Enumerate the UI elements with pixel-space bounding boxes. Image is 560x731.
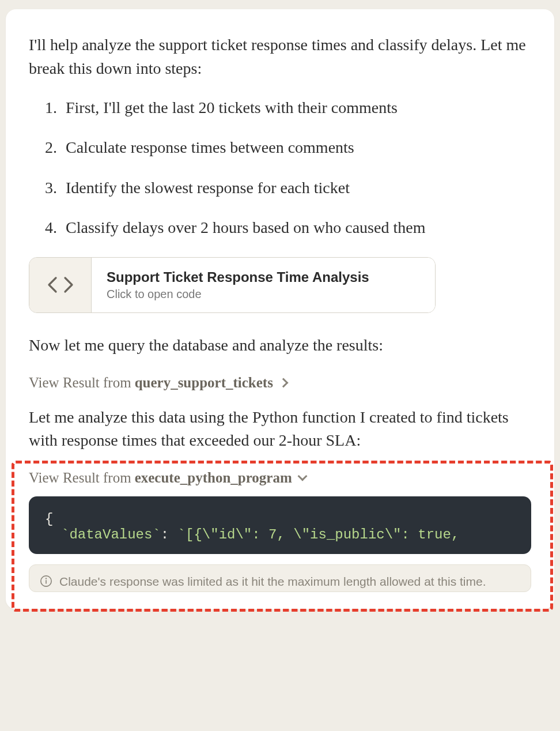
code-string: `[{\"id\": 7, \"is_public\": true, <box>177 527 460 542</box>
artifact-card[interactable]: Support Ticket Response Time Analysis Cl… <box>29 257 436 313</box>
code-output-block: { `dataValues`: `[{\"id\": 7, \"is_publi… <box>29 496 531 554</box>
step-item: Classify delays over 2 hours based on wh… <box>45 216 531 239</box>
view-result-toggle[interactable]: View Result from query_support_tickets <box>29 375 531 391</box>
notice-text: Claude's response was limited as it hit … <box>59 573 486 590</box>
step-item: Calculate response times between comment… <box>45 136 531 159</box>
steps-list: First, I'll get the last 20 tickets with… <box>45 96 531 239</box>
code-line: { <box>45 511 515 527</box>
artifact-subtitle: Click to open code <box>107 288 420 301</box>
toggle-prefix: View Result from <box>29 375 131 391</box>
paragraph: Now let me query the database and analyz… <box>29 334 531 357</box>
info-icon <box>40 575 52 587</box>
code-punct: : <box>161 527 177 542</box>
code-icon <box>29 258 92 312</box>
artifact-title: Support Ticket Response Time Analysis <box>107 269 420 285</box>
chevron-right-icon <box>278 378 288 387</box>
assistant-message: I'll help analyze the support ticket res… <box>6 9 554 609</box>
chevron-down-icon <box>297 471 307 481</box>
code-key: `dataValues` <box>61 527 161 542</box>
view-result-toggle[interactable]: View Result from execute_python_program <box>29 470 531 486</box>
artifact-body: Support Ticket Response Time Analysis Cl… <box>92 258 435 312</box>
intro-paragraph: I'll help analyze the support ticket res… <box>29 33 531 80</box>
paragraph: Let me analyze this data using the Pytho… <box>29 406 531 453</box>
toggle-function-name: query_support_tickets <box>135 375 273 391</box>
step-item: Identify the slowest response for each t… <box>45 176 531 199</box>
toggle-prefix: View Result from <box>29 470 131 486</box>
step-item: First, I'll get the last 20 tickets with… <box>45 96 531 119</box>
length-limit-notice: Claude's response was limited as it hit … <box>29 564 531 592</box>
code-line: `dataValues`: `[{\"id\": 7, \"is_public\… <box>61 527 515 542</box>
highlighted-region: View Result from execute_python_program … <box>29 470 531 592</box>
toggle-function-name: execute_python_program <box>135 470 292 486</box>
svg-point-2 <box>46 578 47 579</box>
